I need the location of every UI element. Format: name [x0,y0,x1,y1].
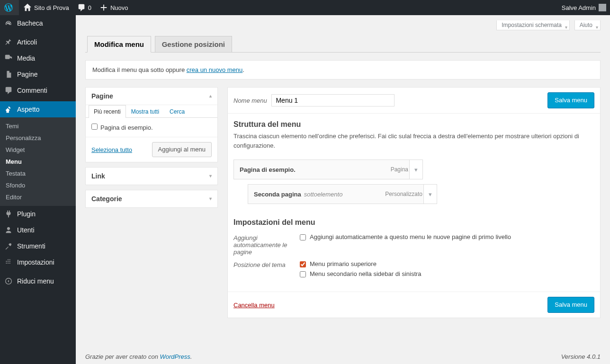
submenu-editor[interactable]: Editor [0,191,76,203]
page-icon [4,70,13,79]
users-icon [4,225,13,235]
submenu-background[interactable]: Sfondo [0,179,76,191]
menu-item-type: Personalizzato [385,191,422,197]
location-secondary-text: Menu secondario nella sidebar di sinistr… [310,270,422,277]
help-button[interactable]: Aiuto [574,20,601,30]
location-primary-checkbox[interactable] [300,261,306,267]
menu-item[interactable]: Pagina di esempio. Pagina ▾ [233,160,423,179]
menu-item-expand[interactable]: ▾ [409,160,422,179]
dashboard-icon [4,18,13,28]
footer-version: Versione 4.0.1 [561,353,601,360]
structure-desc: Trascina ciascun elemento nell'ordine ch… [233,132,594,150]
menu-posts[interactable]: Articoli [0,34,76,50]
menu-dashboard-label: Bacheca [17,19,43,27]
submenu-themes[interactable]: Temi [0,120,76,132]
menu-settings-label: Impostazioni [17,258,54,266]
new-label: Nuovo [110,4,128,11]
chevron-up-icon: ▴ [209,93,212,98]
submenu-widgets[interactable]: Widget [0,144,76,156]
location-secondary-option[interactable]: Menu secondario nella sidebar di sinistr… [300,270,594,277]
auto-add-label: Aggiungi automaticamente le pagine [233,231,300,258]
location-secondary-checkbox[interactable] [300,271,306,277]
menu-tools[interactable]: Strumenti [0,238,76,254]
menu-posts-label: Articoli [17,38,37,46]
menu-item-title: Pagina di esempio. [240,166,296,173]
new-content-link[interactable]: Nuovo [95,0,132,15]
accordion-pages-header[interactable]: Pagine▴ [86,88,217,105]
howdy-text: Salve Admin [562,4,596,11]
create-new-menu-link[interactable]: crea un nuovo menu [187,66,243,73]
manage-suffix: . [242,66,244,73]
menu-comments[interactable]: Commenti [0,82,76,98]
accordion-categories: Categorie▾ [85,190,218,208]
chevron-down-icon: ▾ [209,173,212,178]
accordion-categories-title: Categorie [91,195,122,203]
pages-tab-all[interactable]: Mostra tutti [126,105,164,118]
menu-collapse-label: Riduci menu [17,277,54,285]
appearance-icon [4,105,13,114]
accordion-links-header[interactable]: Link▾ [86,168,217,185]
comment-icon [77,3,86,12]
menu-dashboard[interactable]: Bacheca [0,15,76,31]
pages-tab-search[interactable]: Cerca [164,105,190,118]
menu-comments-label: Commenti [17,87,47,94]
my-account[interactable]: Salve Admin [558,0,610,15]
menu-name-input[interactable] [271,94,395,107]
chevron-down-icon: ▾ [209,196,212,201]
footer-wordpress-link[interactable]: WordPress [160,353,190,360]
submenu-header[interactable]: Testata [0,168,76,179]
auto-add-option[interactable]: Aggiungi automaticamente a questo menu l… [300,233,594,240]
footer-thankyou: Grazie per aver creato con WordPress. [85,353,192,360]
add-to-menu-button[interactable]: Aggiungi al menu [152,142,212,157]
auto-add-checkbox[interactable] [300,234,306,240]
wp-logo[interactable] [0,0,19,15]
save-menu-button-top[interactable]: Salva menu [547,92,594,108]
accordion-categories-header[interactable]: Categorie▾ [86,190,217,207]
menu-item-expand[interactable]: ▾ [423,185,437,204]
menu-settings[interactable]: Impostazioni [0,254,76,270]
site-name-link[interactable]: Sito di Prova [19,0,73,15]
comments-link[interactable]: 0 [73,0,95,15]
menu-item-subelement: sottoelemento [304,191,343,198]
accordion-pages: Pagine▴ Più recenti Mostra tutti Cerca P… [85,87,218,162]
pages-tab-recent[interactable]: Più recenti [89,105,126,118]
tab-manage-locations[interactable]: Gestione posizioni [155,36,232,52]
theme-location-label: Posizione del tema [233,258,300,282]
menu-name-label: Nome menu [233,97,267,104]
structure-title: Struttura del menu [233,120,594,129]
menu-item-type: Pagina [391,166,408,173]
page-checkbox-label: Pagina di esempio. [100,124,153,131]
menu-pages-label: Pagine [17,71,38,78]
auto-add-text: Aggiungi automaticamente a questo menu l… [310,233,511,240]
menu-plugins[interactable]: Plugin [0,206,76,222]
save-menu-button-bottom[interactable]: Salva menu [547,297,594,313]
select-all-link[interactable]: Seleziona tutto [91,146,132,153]
submenu-menus[interactable]: Menu [0,156,76,168]
collapse-icon [4,276,13,286]
location-primary-option[interactable]: Menu primario superiore [300,260,594,267]
menu-edit-panel: Nome menu Salva menu Struttura del menu … [227,87,601,318]
page-checkbox-item[interactable]: Pagina di esempio. [91,124,212,131]
submenu-customize[interactable]: Personalizza [0,132,76,144]
avatar-icon [599,4,606,11]
manage-prefix: Modifica il menu qua sotto oppure [92,66,187,73]
menu-media-label: Media [17,54,35,62]
menu-pages[interactable]: Pagine [0,66,76,82]
media-icon [4,53,13,63]
menu-appearance[interactable]: Aspetto [0,101,76,117]
pin-icon [4,37,13,47]
screen-options-button[interactable]: Impostazioni schermata [496,20,570,30]
menu-tools-label: Strumenti [17,242,45,250]
tab-edit-menus[interactable]: Modifica menu [87,36,151,53]
delete-menu-link[interactable]: Cancella menu [233,302,275,309]
menu-item[interactable]: Seconda paginasottoelemento Personalizza… [248,184,437,204]
comments-icon [4,86,13,95]
menu-users[interactable]: Utenti [0,222,76,238]
home-icon [23,3,32,12]
tools-icon [4,241,13,251]
accordion-links-title: Link [91,172,105,180]
menu-collapse[interactable]: Riduci menu [0,273,76,289]
page-checkbox[interactable] [91,124,98,130]
menu-item-title: Seconda paginasottoelemento [254,191,342,198]
menu-media[interactable]: Media [0,50,76,66]
